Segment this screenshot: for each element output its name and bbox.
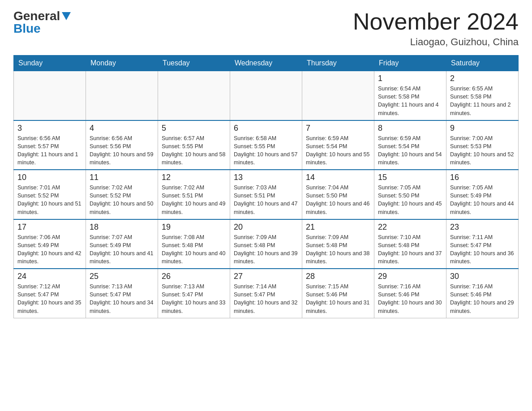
logo-blue-text: Blue: [13, 21, 41, 35]
calendar-cell: 2Sunrise: 6:55 AMSunset: 5:58 PMDaylight…: [446, 71, 519, 120]
day-info: Sunrise: 7:02 AMSunset: 5:51 PMDaylight:…: [162, 184, 226, 216]
day-number: 26: [162, 272, 226, 281]
calendar-cell: [230, 71, 302, 120]
calendar-cell: 5Sunrise: 6:57 AMSunset: 5:55 PMDaylight…: [158, 120, 230, 170]
calendar-cell: [86, 71, 158, 120]
day-info: Sunrise: 7:02 AMSunset: 5:52 PMDaylight:…: [90, 184, 154, 216]
calendar-cell: 25Sunrise: 7:13 AMSunset: 5:47 PMDayligh…: [86, 269, 158, 318]
calendar-cell: [302, 71, 374, 120]
day-number: 8: [378, 124, 442, 133]
calendar-cell: 28Sunrise: 7:15 AMSunset: 5:46 PMDayligh…: [302, 269, 374, 318]
day-number: 19: [162, 223, 226, 232]
day-info: Sunrise: 7:00 AMSunset: 5:53 PMDaylight:…: [450, 134, 515, 167]
day-info: Sunrise: 6:58 AMSunset: 5:55 PMDaylight:…: [234, 134, 298, 167]
calendar-cell: 26Sunrise: 7:13 AMSunset: 5:47 PMDayligh…: [158, 269, 230, 318]
calendar-cell: 7Sunrise: 6:59 AMSunset: 5:54 PMDaylight…: [302, 120, 374, 170]
day-number: 23: [450, 223, 515, 232]
day-number: 14: [306, 173, 370, 182]
day-number: 28: [306, 272, 370, 281]
day-number: 12: [162, 173, 226, 182]
day-number: 11: [90, 173, 154, 182]
calendar-cell: 15Sunrise: 7:05 AMSunset: 5:50 PMDayligh…: [374, 170, 446, 219]
calendar-cell: 6Sunrise: 6:58 AMSunset: 5:55 PMDaylight…: [230, 120, 302, 170]
day-number: 18: [90, 223, 154, 232]
day-number: 20: [234, 223, 298, 232]
calendar-cell: 14Sunrise: 7:04 AMSunset: 5:50 PMDayligh…: [302, 170, 374, 219]
title-block: November 2024 Liaogao, Guizhou, China: [353, 9, 519, 48]
calendar-cell: [158, 71, 230, 120]
day-info: Sunrise: 6:59 AMSunset: 5:54 PMDaylight:…: [306, 134, 370, 167]
day-info: Sunrise: 7:13 AMSunset: 5:47 PMDaylight:…: [90, 283, 154, 315]
day-info: Sunrise: 7:16 AMSunset: 5:46 PMDaylight:…: [450, 283, 515, 315]
month-title: November 2024: [353, 9, 519, 34]
logo: General Blue: [13, 9, 70, 36]
day-number: 17: [17, 223, 82, 232]
day-info: Sunrise: 7:06 AMSunset: 5:49 PMDaylight:…: [17, 233, 82, 266]
day-number: 1: [378, 74, 442, 83]
day-info: Sunrise: 7:15 AMSunset: 5:46 PMDaylight:…: [306, 283, 370, 315]
day-number: 4: [90, 124, 154, 133]
weekday-header: Wednesday: [230, 56, 302, 71]
weekday-header-row: SundayMondayTuesdayWednesdayThursdayFrid…: [14, 56, 519, 71]
day-number: 2: [450, 74, 515, 83]
day-info: Sunrise: 6:56 AMSunset: 5:57 PMDaylight:…: [17, 134, 82, 167]
day-number: 25: [90, 272, 154, 281]
day-info: Sunrise: 7:04 AMSunset: 5:50 PMDaylight:…: [306, 184, 370, 216]
day-info: Sunrise: 7:07 AMSunset: 5:49 PMDaylight:…: [90, 233, 154, 266]
day-info: Sunrise: 7:10 AMSunset: 5:48 PMDaylight:…: [378, 233, 442, 266]
day-info: Sunrise: 7:16 AMSunset: 5:46 PMDaylight:…: [378, 283, 442, 315]
calendar-cell: 13Sunrise: 7:03 AMSunset: 5:51 PMDayligh…: [230, 170, 302, 219]
calendar-cell: 8Sunrise: 6:59 AMSunset: 5:54 PMDaylight…: [374, 120, 446, 170]
calendar-cell: 21Sunrise: 7:09 AMSunset: 5:48 PMDayligh…: [302, 219, 374, 269]
calendar-table: SundayMondayTuesdayWednesdayThursdayFrid…: [13, 55, 519, 318]
day-number: 6: [234, 124, 298, 133]
day-info: Sunrise: 7:05 AMSunset: 5:50 PMDaylight:…: [378, 184, 442, 216]
calendar-cell: 11Sunrise: 7:02 AMSunset: 5:52 PMDayligh…: [86, 170, 158, 219]
calendar-cell: 10Sunrise: 7:01 AMSunset: 5:52 PMDayligh…: [14, 170, 86, 219]
day-info: Sunrise: 6:59 AMSunset: 5:54 PMDaylight:…: [378, 134, 442, 167]
calendar-cell: 12Sunrise: 7:02 AMSunset: 5:51 PMDayligh…: [158, 170, 230, 219]
day-info: Sunrise: 7:12 AMSunset: 5:47 PMDaylight:…: [17, 283, 82, 315]
day-info: Sunrise: 6:54 AMSunset: 5:58 PMDaylight:…: [378, 85, 442, 117]
calendar-week-row: 10Sunrise: 7:01 AMSunset: 5:52 PMDayligh…: [14, 170, 519, 219]
day-number: 10: [17, 173, 82, 182]
calendar-week-row: 3Sunrise: 6:56 AMSunset: 5:57 PMDaylight…: [14, 120, 519, 170]
day-number: 13: [234, 173, 298, 182]
calendar-cell: [14, 71, 86, 120]
calendar-week-row: 1Sunrise: 6:54 AMSunset: 5:58 PMDaylight…: [14, 71, 519, 120]
calendar-week-row: 17Sunrise: 7:06 AMSunset: 5:49 PMDayligh…: [14, 219, 519, 269]
calendar-cell: 27Sunrise: 7:14 AMSunset: 5:47 PMDayligh…: [230, 269, 302, 318]
page-header: General Blue November 2024 Liaogao, Guiz…: [13, 9, 519, 48]
day-info: Sunrise: 7:03 AMSunset: 5:51 PMDaylight:…: [234, 184, 298, 216]
day-number: 7: [306, 124, 370, 133]
weekday-header: Sunday: [14, 56, 86, 71]
day-number: 27: [234, 272, 298, 281]
day-info: Sunrise: 7:09 AMSunset: 5:48 PMDaylight:…: [306, 233, 370, 266]
calendar-week-row: 24Sunrise: 7:12 AMSunset: 5:47 PMDayligh…: [14, 269, 519, 318]
day-info: Sunrise: 6:57 AMSunset: 5:55 PMDaylight:…: [162, 134, 226, 167]
day-info: Sunrise: 7:05 AMSunset: 5:49 PMDaylight:…: [450, 184, 515, 216]
weekday-header: Monday: [86, 56, 158, 71]
day-info: Sunrise: 6:56 AMSunset: 5:56 PMDaylight:…: [90, 134, 154, 167]
calendar-cell: 9Sunrise: 7:00 AMSunset: 5:53 PMDaylight…: [446, 120, 519, 170]
day-number: 22: [378, 223, 442, 232]
location-subtitle: Liaogao, Guizhou, China: [353, 36, 519, 48]
calendar-cell: 23Sunrise: 7:11 AMSunset: 5:47 PMDayligh…: [446, 219, 519, 269]
day-info: Sunrise: 7:09 AMSunset: 5:48 PMDaylight:…: [234, 233, 298, 266]
day-number: 9: [450, 124, 515, 133]
calendar-cell: 24Sunrise: 7:12 AMSunset: 5:47 PMDayligh…: [14, 269, 86, 318]
calendar-cell: 19Sunrise: 7:08 AMSunset: 5:48 PMDayligh…: [158, 219, 230, 269]
day-number: 21: [306, 223, 370, 232]
day-info: Sunrise: 7:14 AMSunset: 5:47 PMDaylight:…: [234, 283, 298, 315]
calendar-cell: 20Sunrise: 7:09 AMSunset: 5:48 PMDayligh…: [230, 219, 302, 269]
weekday-header: Saturday: [446, 56, 519, 71]
day-number: 30: [450, 272, 515, 281]
day-number: 3: [17, 124, 82, 133]
day-info: Sunrise: 7:01 AMSunset: 5:52 PMDaylight:…: [17, 184, 82, 216]
day-info: Sunrise: 7:11 AMSunset: 5:47 PMDaylight:…: [450, 233, 515, 266]
calendar-cell: 1Sunrise: 6:54 AMSunset: 5:58 PMDaylight…: [374, 71, 446, 120]
day-number: 5: [162, 124, 226, 133]
calendar-cell: 17Sunrise: 7:06 AMSunset: 5:49 PMDayligh…: [14, 219, 86, 269]
calendar-cell: 30Sunrise: 7:16 AMSunset: 5:46 PMDayligh…: [446, 269, 519, 318]
calendar-cell: 3Sunrise: 6:56 AMSunset: 5:57 PMDaylight…: [14, 120, 86, 170]
